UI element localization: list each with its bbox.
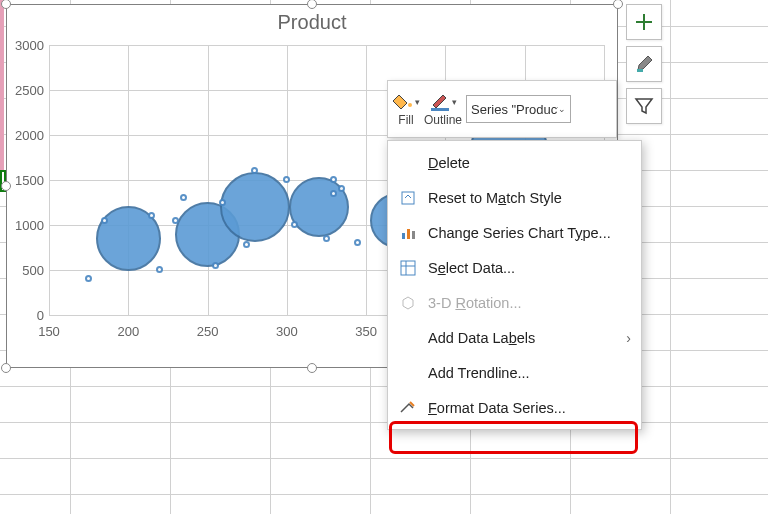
- bubble-point-small[interactable]: [219, 199, 226, 206]
- cube-icon: [398, 293, 418, 313]
- fill-bucket-icon: [392, 93, 415, 111]
- x-axis-tick: 200: [117, 324, 139, 339]
- y-axis-tick: 0: [4, 308, 44, 323]
- menu-delete[interactable]: Delete: [388, 145, 641, 180]
- resize-handle[interactable]: [1, 181, 11, 191]
- reset-icon: [398, 188, 418, 208]
- menu-change-chart-type[interactable]: Change Series Chart Type...: [388, 215, 641, 250]
- menu-reset-style[interactable]: Reset to Match Style: [388, 180, 641, 215]
- menu-label: Select Data...: [428, 260, 631, 276]
- svg-rect-4: [402, 233, 405, 239]
- y-axis-tick: 2000: [4, 128, 44, 143]
- menu-label: Change Series Chart Type...: [428, 225, 631, 241]
- bubble-point-small[interactable]: [283, 176, 290, 183]
- menu-3d-rotation: 3-D Rotation...: [388, 285, 641, 320]
- y-axis-tick: 2500: [4, 83, 44, 98]
- svg-rect-7: [401, 261, 415, 275]
- bubble-point-small[interactable]: [212, 262, 219, 269]
- series-selector-value: Series "Product": [471, 102, 558, 117]
- menu-label: Reset to Match Style: [428, 190, 631, 206]
- y-axis-tick: 3000: [4, 38, 44, 53]
- menu-select-data[interactable]: Select Data...: [388, 250, 641, 285]
- svg-rect-5: [407, 229, 410, 239]
- bubble-point-small[interactable]: [323, 235, 330, 242]
- submenu-arrow-icon: ›: [626, 330, 631, 346]
- menu-label: Delete: [428, 155, 631, 171]
- plus-icon: [634, 12, 654, 32]
- svg-rect-2: [431, 108, 449, 111]
- menu-label: 3-D Rotation...: [428, 295, 631, 311]
- format-series-icon: [398, 398, 418, 418]
- resize-handle[interactable]: [307, 363, 317, 373]
- svg-rect-0: [637, 69, 643, 72]
- svg-point-1: [408, 103, 412, 107]
- menu-add-data-labels[interactable]: Add Data Labels ›: [388, 320, 641, 355]
- chart-filters-button[interactable]: [626, 88, 662, 124]
- bubble-point[interactable]: [220, 172, 290, 242]
- series-selector-dropdown[interactable]: Series "Product" ⌄: [466, 95, 571, 123]
- mini-toolbar: ▾ Fill ▾ Outline Series "Product" ⌄: [387, 80, 617, 138]
- outline-dropdown[interactable]: ▾ Outline: [424, 91, 462, 127]
- svg-rect-3: [402, 192, 414, 204]
- menu-label: Add Trendline...: [428, 365, 631, 381]
- fill-dropdown[interactable]: ▾ Fill: [392, 91, 420, 127]
- fill-label: Fill: [398, 113, 413, 127]
- outline-label: Outline: [424, 113, 462, 127]
- bubble-point-small[interactable]: [172, 217, 179, 224]
- x-axis-tick: 350: [355, 324, 377, 339]
- bubble-point-small[interactable]: [354, 239, 361, 246]
- menu-label: Add Data Labels: [428, 330, 616, 346]
- x-axis-tick: 250: [197, 324, 219, 339]
- outline-pen-icon: [429, 93, 452, 111]
- x-axis-tick: 300: [276, 324, 298, 339]
- bubble-point-small[interactable]: [330, 190, 337, 197]
- chevron-down-icon: ⌄: [558, 104, 566, 114]
- paintbrush-icon: [634, 54, 654, 74]
- y-axis-tick: 500: [4, 263, 44, 278]
- bubble-point-small[interactable]: [291, 221, 298, 228]
- chart-type-icon: [398, 223, 418, 243]
- bubble-point-small[interactable]: [148, 212, 155, 219]
- funnel-icon: [634, 96, 654, 116]
- x-axis-tick: 150: [38, 324, 60, 339]
- chart-elements-button[interactable]: [626, 4, 662, 40]
- menu-label: Format Data Series...: [428, 400, 631, 416]
- chart-title[interactable]: Product: [7, 5, 617, 34]
- menu-add-trendline[interactable]: Add Trendline...: [388, 355, 641, 390]
- chart-styles-button[interactable]: [626, 46, 662, 82]
- bubble-point-small[interactable]: [243, 241, 250, 248]
- bubble-point-small[interactable]: [156, 266, 163, 273]
- bubble-point-small[interactable]: [101, 217, 108, 224]
- menu-format-data-series[interactable]: Format Data Series...: [388, 390, 641, 425]
- bubble-point-small[interactable]: [85, 275, 92, 282]
- select-data-icon: [398, 258, 418, 278]
- chart-side-buttons: [626, 4, 662, 124]
- bubble-point-small[interactable]: [180, 194, 187, 201]
- svg-rect-6: [412, 231, 415, 239]
- resize-handle[interactable]: [1, 363, 11, 373]
- y-axis-tick: 1000: [4, 218, 44, 233]
- context-menu: Delete Reset to Match Style Change Serie…: [387, 140, 642, 430]
